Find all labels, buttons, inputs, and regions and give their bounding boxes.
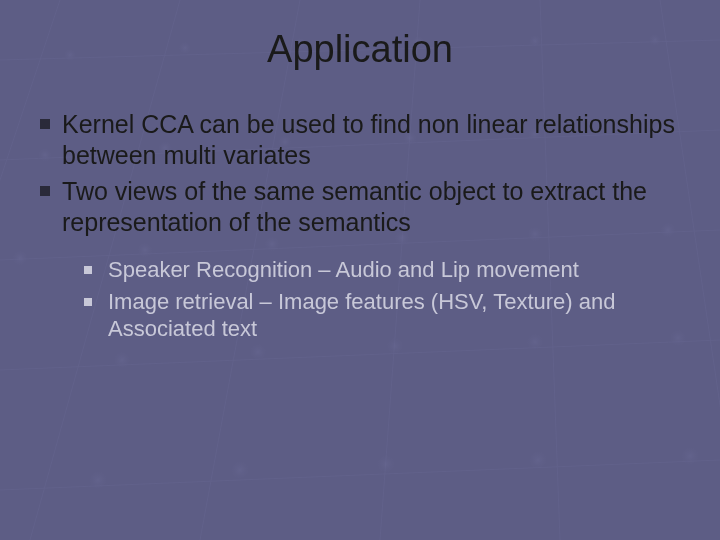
- main-bullet-text: Two views of the same semantic object to…: [62, 176, 680, 239]
- square-bullet-icon: [40, 186, 50, 196]
- sub-bullet-text: Image retrieval – Image features (HSV, T…: [108, 288, 680, 343]
- sub-bullet-list: Speaker Recognition – Audio and Lip move…: [40, 256, 680, 343]
- list-item: Two views of the same semantic object to…: [40, 176, 680, 239]
- svg-point-36: [86, 468, 110, 492]
- list-item: Image retrieval – Image features (HSV, T…: [84, 288, 680, 343]
- main-bullet-list: Kernel CCA can be used to find non linea…: [40, 109, 680, 238]
- square-bullet-icon: [40, 119, 50, 129]
- svg-line-10: [0, 460, 720, 490]
- main-bullet-text: Kernel CCA can be used to find non linea…: [62, 109, 680, 172]
- list-item: Kernel CCA can be used to find non linea…: [40, 109, 680, 172]
- list-item: Speaker Recognition – Audio and Lip move…: [84, 256, 680, 284]
- svg-point-40: [678, 444, 702, 468]
- svg-point-38: [374, 452, 398, 476]
- square-bullet-icon: [84, 266, 92, 274]
- sub-bullet-text: Speaker Recognition – Audio and Lip move…: [108, 256, 579, 284]
- svg-point-39: [526, 448, 550, 472]
- square-bullet-icon: [84, 298, 92, 306]
- slide-title: Application: [40, 28, 680, 71]
- svg-point-37: [228, 458, 252, 482]
